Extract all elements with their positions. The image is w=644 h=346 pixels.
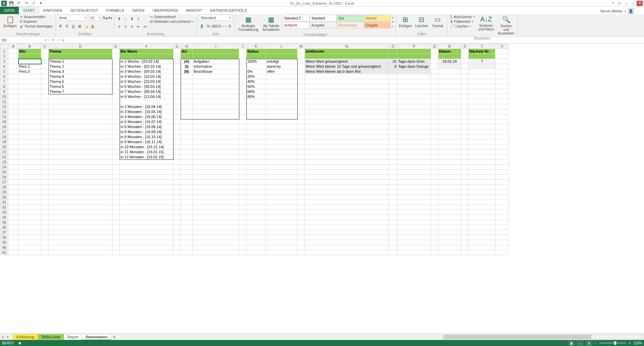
cell[interactable] xyxy=(431,109,438,114)
cell[interactable] xyxy=(431,54,438,59)
cell[interactable] xyxy=(49,94,112,99)
cell[interactable] xyxy=(298,200,305,205)
cell[interactable] xyxy=(41,210,49,215)
cell[interactable] xyxy=(389,170,397,175)
page-layout-view-icon[interactable]: ▭ xyxy=(577,341,583,345)
cell[interactable] xyxy=(389,84,397,89)
cell[interactable] xyxy=(495,185,509,190)
cell[interactable] xyxy=(193,145,239,150)
cell[interactable] xyxy=(8,200,18,205)
format-cells-button[interactable]: ▭Format xyxy=(430,15,445,28)
cell[interactable] xyxy=(495,134,509,139)
cell[interactable] xyxy=(461,114,469,119)
cell[interactable] xyxy=(266,240,298,245)
cell[interactable] xyxy=(247,124,266,129)
cell[interactable] xyxy=(495,114,509,119)
cell[interactable] xyxy=(247,104,266,109)
cell[interactable] xyxy=(8,145,18,150)
cell[interactable] xyxy=(298,165,305,170)
cell[interactable] xyxy=(112,74,120,79)
cell[interactable] xyxy=(239,104,247,109)
cell[interactable] xyxy=(495,69,509,74)
cell[interactable] xyxy=(431,220,438,225)
cell[interactable] xyxy=(495,210,509,215)
cell[interactable] xyxy=(305,160,389,165)
cell[interactable] xyxy=(18,240,41,245)
col-header[interactable]: B xyxy=(18,44,41,49)
formula-input[interactable] xyxy=(67,37,644,44)
cell[interactable] xyxy=(18,215,41,220)
cell[interactable]: 60% xyxy=(247,89,266,94)
style-cell[interactable]: Gut xyxy=(337,15,364,21)
cell[interactable] xyxy=(173,114,181,119)
tab-entwicklertools[interactable]: ENTWICKLERTOOLS xyxy=(206,7,251,14)
cell[interactable] xyxy=(438,180,461,185)
cell[interactable] xyxy=(193,84,239,89)
cell[interactable]: in 8 Wochen - [13.04.14] xyxy=(120,94,173,99)
cell[interactable] xyxy=(266,155,298,160)
cell[interactable] xyxy=(181,210,193,215)
cell[interactable] xyxy=(298,230,305,235)
cell[interactable] xyxy=(266,150,298,155)
cell[interactable] xyxy=(193,220,239,225)
cell[interactable] xyxy=(438,129,461,134)
cell[interactable] xyxy=(495,155,509,160)
row-header[interactable]: 19 xyxy=(0,139,8,145)
cell[interactable] xyxy=(438,94,461,99)
cell[interactable] xyxy=(247,185,266,190)
cell[interactable]: 7 xyxy=(469,59,495,64)
align-center-icon[interactable]: ≡ xyxy=(123,23,129,30)
cell[interactable] xyxy=(112,190,120,195)
tab-seitenlayout[interactable]: SEITENLAYOUT xyxy=(66,7,102,14)
cell[interactable] xyxy=(495,89,509,94)
cell[interactable]: 15 xyxy=(389,59,397,64)
cell[interactable] xyxy=(18,54,41,59)
cell[interactable] xyxy=(461,94,469,99)
currency-icon[interactable]: 💲 xyxy=(199,23,205,29)
cell[interactable] xyxy=(181,245,193,250)
cell[interactable] xyxy=(495,49,509,54)
cell[interactable] xyxy=(389,139,397,145)
cell[interactable] xyxy=(239,205,247,210)
zoom-in-icon[interactable]: + xyxy=(629,341,631,345)
cell[interactable] xyxy=(112,235,120,240)
zoom-out-icon[interactable]: − xyxy=(595,341,597,345)
row-header[interactable]: 2 xyxy=(0,54,8,59)
cell[interactable] xyxy=(469,94,495,99)
cell[interactable] xyxy=(173,74,181,79)
cell[interactable] xyxy=(8,210,18,215)
cell[interactable] xyxy=(397,129,431,134)
cell[interactable] xyxy=(266,210,298,215)
cell[interactable] xyxy=(41,64,49,69)
cell[interactable] xyxy=(239,89,247,94)
col-header[interactable]: S xyxy=(461,44,469,49)
cell[interactable] xyxy=(247,54,266,59)
cell[interactable] xyxy=(112,245,120,250)
cell[interactable] xyxy=(461,74,469,79)
cell[interactable] xyxy=(495,205,509,210)
cell[interactable] xyxy=(469,160,495,165)
cell[interactable] xyxy=(193,49,239,54)
row-header[interactable]: 1 xyxy=(0,49,8,54)
cell[interactable] xyxy=(389,145,397,150)
cell[interactable] xyxy=(173,134,181,139)
sheet-tab[interactable]: ToDo-Liste xyxy=(38,334,64,340)
spreadsheet-grid[interactable]: ABCDEFGHIJKLMNOPQRSTU1WerThemaBis WannAr… xyxy=(0,44,644,333)
cell[interactable] xyxy=(120,190,173,195)
col-header[interactable]: C xyxy=(41,44,49,49)
styles-more-icon[interactable]: ≡ xyxy=(392,25,394,28)
cell[interactable] xyxy=(41,205,49,210)
row-header[interactable]: 5 xyxy=(0,69,8,74)
cell[interactable] xyxy=(438,200,461,205)
cell[interactable] xyxy=(247,230,266,235)
cell[interactable] xyxy=(469,165,495,170)
cell[interactable] xyxy=(389,240,397,245)
col-header[interactable]: T xyxy=(469,44,495,49)
cell[interactable] xyxy=(18,89,41,94)
cell[interactable] xyxy=(431,145,438,150)
cell[interactable] xyxy=(18,124,41,129)
cell[interactable] xyxy=(495,104,509,109)
cell[interactable] xyxy=(469,195,495,200)
cell[interactable] xyxy=(173,129,181,134)
cell[interactable] xyxy=(41,74,49,79)
